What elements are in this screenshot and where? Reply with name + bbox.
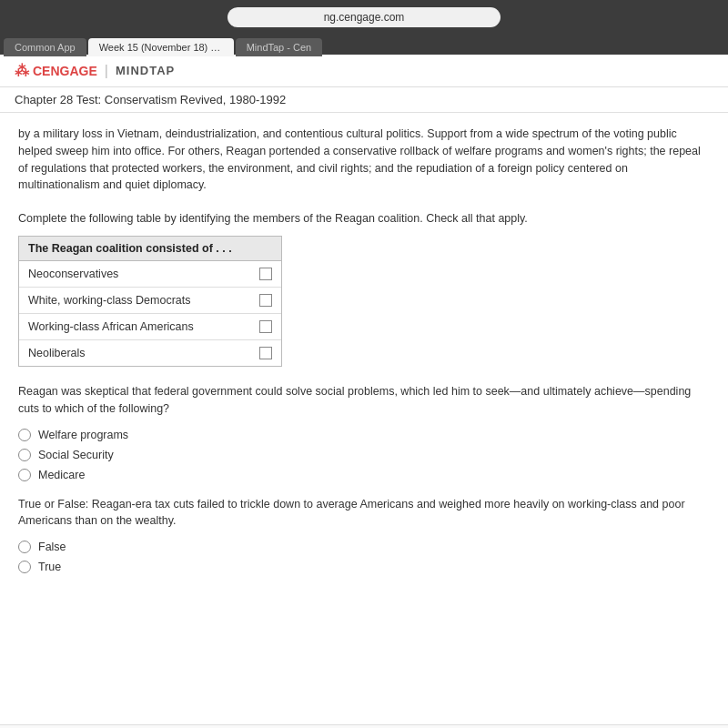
coalition-item-2: Working-class African Americans (28, 320, 194, 333)
instruction-text: Complete the following table by identify… (18, 212, 710, 225)
radio-medicare[interactable] (18, 469, 31, 481)
option-true: True (18, 561, 710, 573)
radio-false[interactable] (18, 541, 31, 553)
coalition-item-3: Neoliberals (28, 347, 86, 359)
main-content: by a military loss in Vietnam, deindustr… (0, 113, 728, 724)
radio-social-security[interactable] (18, 449, 31, 461)
coalition-table-header: The Reagan coalition consisted of . . . (19, 237, 281, 261)
address-bar-input[interactable] (228, 7, 500, 27)
option-medicare-label: Medicare (38, 469, 85, 481)
cengage-icon: ⁂ (15, 62, 29, 79)
tab-week15[interactable]: Week 15 (November 18) – 2020FA – Freshma… (88, 38, 234, 56)
coalition-item-1: White, working-class Democrats (28, 294, 191, 307)
coalition-table: The Reagan coalition consisted of . . . … (18, 236, 282, 367)
coalition-row-3: Neoliberals (19, 340, 281, 366)
radio-true[interactable] (18, 561, 31, 573)
tab-common-app[interactable]: Common App (4, 38, 86, 56)
instruction-normal: Check all that apply. (423, 212, 528, 225)
radio-welfare[interactable] (18, 429, 31, 441)
browser-tabs: Common App Week 15 (November 18) – 2020F… (0, 31, 728, 56)
option-social-security-label: Social Security (38, 449, 114, 461)
page-container: ⁂ CENGAGE | MINDTAP Chapter 28 Test: Con… (0, 55, 728, 728)
option-social-security: Social Security (18, 449, 710, 461)
option-false: False (18, 541, 710, 553)
browser-chrome: Common App Week 15 (November 18) – 2020F… (0, 0, 728, 55)
option-false-label: False (38, 541, 66, 553)
question1-text: Reagan was skeptical that federal govern… (18, 383, 710, 418)
question1-section: Reagan was skeptical that federal govern… (18, 383, 710, 481)
chapter-title: Chapter 28 Test: Conservatism Revived, 1… (0, 87, 728, 113)
option-welfare: Welfare programs (18, 429, 710, 441)
cengage-header: ⁂ CENGAGE | MINDTAP (0, 55, 728, 87)
option-true-label: True (38, 561, 61, 573)
checkbox-neoconservatives[interactable] (259, 268, 272, 280)
question2-text: True or False: Reagan-era tax cuts faile… (18, 496, 710, 531)
instruction-italic: Complete the following table by identify… (18, 212, 423, 225)
coalition-item-0: Neoconservatives (28, 268, 118, 280)
tab-mindtap[interactable]: MindTap - Cen (236, 38, 323, 56)
coalition-row-2: Working-class African Americans (19, 314, 281, 340)
coalition-row-1: White, working-class Democrats (19, 288, 281, 314)
address-bar-container (0, 0, 728, 31)
option-medicare: Medicare (18, 469, 710, 481)
checkbox-african-americans[interactable] (259, 320, 272, 333)
chapter-title-text: Chapter 28 Test: Conservatism Revived, 1… (15, 93, 286, 106)
logo-divider: | (105, 63, 108, 79)
question2-section: True or False: Reagan-era tax cuts faile… (18, 496, 710, 574)
coalition-row-0: Neoconservatives (19, 261, 281, 288)
cengage-logo: ⁂ CENGAGE (15, 62, 97, 79)
footer-actions: Grade It Now Save & Continue Continue wi… (0, 724, 728, 728)
cengage-label: CENGAGE (33, 64, 97, 78)
checkbox-neoliberals[interactable] (259, 347, 272, 359)
option-welfare-label: Welfare programs (38, 429, 128, 441)
intro-text: by a military loss in Vietnam, deindustr… (18, 126, 710, 201)
checkbox-white-democrats[interactable] (259, 294, 272, 307)
mindtap-label: MINDTAP (116, 64, 175, 77)
